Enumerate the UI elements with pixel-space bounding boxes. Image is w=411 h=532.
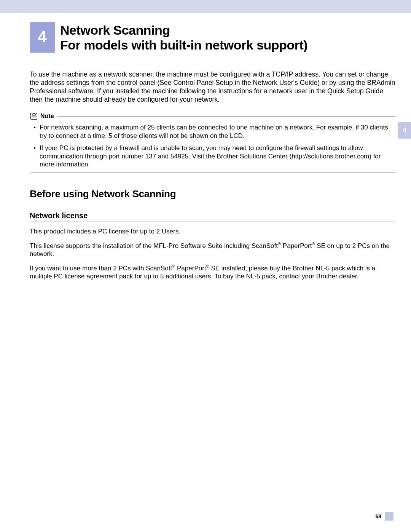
chapter-header: 4 Network Scanning For models with built… — [30, 22, 396, 53]
footer-decorative-box — [385, 512, 393, 521]
note-rule-bottom — [30, 173, 396, 173]
note-block: Note For network scanning, a maximum of … — [30, 112, 396, 173]
note-rule-top — [57, 116, 396, 117]
subsection-rule — [30, 222, 396, 222]
note-list: For network scanning, a maximum of 25 cl… — [30, 123, 396, 169]
note-label: Note — [40, 113, 54, 120]
text-fragment: PaperPort — [281, 242, 312, 249]
subsection-heading: Network license — [30, 211, 396, 220]
side-tab[interactable]: 4 — [398, 122, 411, 139]
section-heading: Before using Network Scanning — [30, 188, 396, 200]
note-item: If your PC is protected by a firewall an… — [39, 144, 396, 169]
chapter-title: Network Scanning For models with built-i… — [60, 22, 396, 53]
paragraph: This product includes a PC license for u… — [30, 227, 396, 236]
registered-mark: ® — [206, 264, 209, 268]
note-item-text: For network scanning, a maximum of 25 cl… — [40, 124, 388, 139]
page-footer: 68 — [375, 512, 393, 521]
text-fragment: This license supports the installation o… — [30, 242, 278, 249]
note-link[interactable]: http://solutions.brother.com — [292, 153, 369, 160]
text-fragment: If you want to use more than 2 PCs with … — [30, 265, 172, 272]
chapter-number: 4 — [38, 28, 46, 46]
paragraph: This license supports the installation o… — [30, 241, 396, 258]
note-item: For network scanning, a maximum of 25 cl… — [39, 123, 396, 140]
text-fragment: PaperPort — [175, 265, 206, 272]
registered-mark: ® — [312, 241, 315, 246]
chapter-title-line1: Network Scanning — [60, 23, 170, 37]
intro-paragraph: To use the machine as a network scanner,… — [30, 70, 396, 104]
svg-rect-0 — [31, 113, 37, 120]
chapter-title-line2: For models with built-in network support… — [60, 38, 396, 53]
paragraph: If you want to use more than 2 PCs with … — [30, 264, 396, 281]
page-number: 68 — [375, 513, 381, 519]
chapter-number-box: 4 — [30, 22, 55, 53]
note-icon — [30, 112, 38, 120]
registered-mark: ® — [278, 241, 281, 246]
page-content: 4 Network Scanning For models with built… — [0, 0, 411, 281]
side-tab-number: 4 — [403, 126, 406, 134]
note-header: Note — [30, 112, 396, 120]
